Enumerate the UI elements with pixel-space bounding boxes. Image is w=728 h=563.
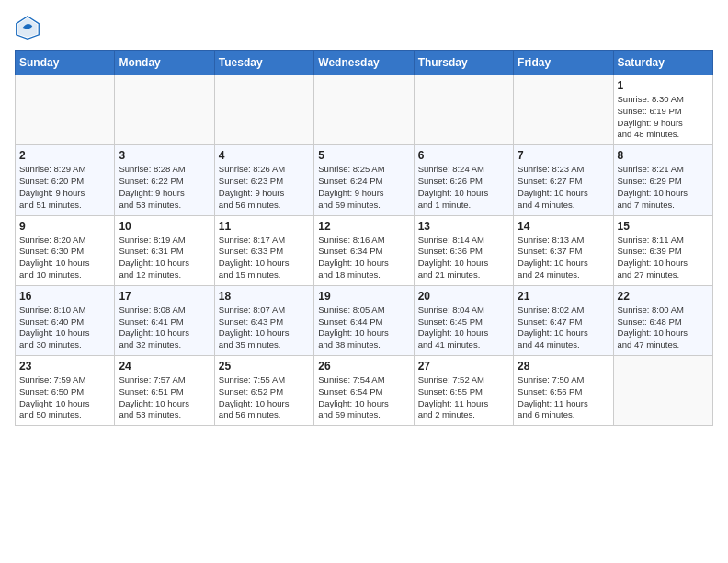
calendar-cell: 24Sunrise: 7:57 AMSunset: 6:51 PMDayligh… xyxy=(115,356,214,426)
calendar-cell: 14Sunrise: 8:13 AMSunset: 6:37 PMDayligh… xyxy=(514,215,613,285)
calendar-cell: 9Sunrise: 8:20 AMSunset: 6:30 PMDaylight… xyxy=(16,215,115,285)
day-of-week-header: Friday xyxy=(514,51,613,75)
calendar-cell: 8Sunrise: 8:21 AMSunset: 6:29 PMDaylight… xyxy=(613,145,712,215)
day-number: 1 xyxy=(618,79,709,92)
day-number: 27 xyxy=(418,360,509,373)
calendar-cell: 28Sunrise: 7:50 AMSunset: 6:56 PMDayligh… xyxy=(514,356,613,426)
day-info: Sunrise: 8:17 AMSunset: 6:33 PMDaylight:… xyxy=(219,235,310,282)
day-number: 9 xyxy=(19,220,110,233)
day-info: Sunrise: 8:19 AMSunset: 6:31 PMDaylight:… xyxy=(119,235,210,282)
page-header xyxy=(15,15,713,40)
day-number: 4 xyxy=(219,149,310,162)
day-number: 17 xyxy=(119,290,210,303)
day-number: 15 xyxy=(618,220,709,233)
calendar-week-row: 1Sunrise: 8:30 AMSunset: 6:19 PMDaylight… xyxy=(16,75,713,145)
day-number: 2 xyxy=(19,149,110,162)
calendar-cell: 19Sunrise: 8:05 AMSunset: 6:44 PMDayligh… xyxy=(314,285,414,355)
calendar-cell: 18Sunrise: 8:07 AMSunset: 6:43 PMDayligh… xyxy=(214,285,313,355)
calendar-cell: 6Sunrise: 8:24 AMSunset: 6:26 PMDaylight… xyxy=(414,145,513,215)
calendar-cell: 10Sunrise: 8:19 AMSunset: 6:31 PMDayligh… xyxy=(115,215,214,285)
day-number: 25 xyxy=(219,360,310,373)
day-info: Sunrise: 8:20 AMSunset: 6:30 PMDaylight:… xyxy=(19,235,110,282)
day-info: Sunrise: 8:04 AMSunset: 6:45 PMDaylight:… xyxy=(418,304,509,351)
day-info: Sunrise: 7:57 AMSunset: 6:51 PMDaylight:… xyxy=(119,374,210,421)
day-info: Sunrise: 7:54 AMSunset: 6:54 PMDaylight:… xyxy=(318,374,409,421)
calendar-cell: 22Sunrise: 8:00 AMSunset: 6:48 PMDayligh… xyxy=(613,285,712,355)
calendar-cell xyxy=(414,75,513,145)
day-number: 20 xyxy=(418,290,509,303)
day-number: 10 xyxy=(119,220,210,233)
calendar-cell: 1Sunrise: 8:30 AMSunset: 6:19 PMDaylight… xyxy=(613,75,712,145)
day-info: Sunrise: 8:28 AMSunset: 6:22 PMDaylight:… xyxy=(119,164,210,211)
calendar: SundayMondayTuesdayWednesdayThursdayFrid… xyxy=(15,50,713,426)
calendar-cell: 12Sunrise: 8:16 AMSunset: 6:34 PMDayligh… xyxy=(314,215,414,285)
day-info: Sunrise: 8:13 AMSunset: 6:37 PMDaylight:… xyxy=(518,235,609,282)
day-number: 14 xyxy=(518,220,609,233)
calendar-cell: 15Sunrise: 8:11 AMSunset: 6:39 PMDayligh… xyxy=(613,215,712,285)
calendar-cell xyxy=(613,356,712,426)
calendar-cell: 17Sunrise: 8:08 AMSunset: 6:41 PMDayligh… xyxy=(115,285,214,355)
calendar-cell: 27Sunrise: 7:52 AMSunset: 6:55 PMDayligh… xyxy=(414,356,513,426)
logo xyxy=(15,15,44,40)
calendar-cell: 7Sunrise: 8:23 AMSunset: 6:27 PMDaylight… xyxy=(514,145,613,215)
day-number: 11 xyxy=(219,220,310,233)
day-of-week-header: Wednesday xyxy=(314,51,414,75)
calendar-cell xyxy=(16,75,115,145)
day-info: Sunrise: 8:08 AMSunset: 6:41 PMDaylight:… xyxy=(119,304,210,351)
day-info: Sunrise: 8:21 AMSunset: 6:29 PMDaylight:… xyxy=(618,164,709,211)
day-info: Sunrise: 8:02 AMSunset: 6:47 PMDaylight:… xyxy=(518,304,609,351)
day-info: Sunrise: 7:55 AMSunset: 6:52 PMDaylight:… xyxy=(219,374,310,421)
calendar-cell: 23Sunrise: 7:59 AMSunset: 6:50 PMDayligh… xyxy=(16,356,115,426)
day-info: Sunrise: 7:50 AMSunset: 6:56 PMDaylight:… xyxy=(518,374,609,421)
day-info: Sunrise: 8:23 AMSunset: 6:27 PMDaylight:… xyxy=(518,164,609,211)
day-info: Sunrise: 8:29 AMSunset: 6:20 PMDaylight:… xyxy=(19,164,110,211)
day-number: 24 xyxy=(119,360,210,373)
day-of-week-header: Tuesday xyxy=(214,51,313,75)
calendar-cell xyxy=(314,75,414,145)
day-number: 22 xyxy=(618,290,709,303)
calendar-week-row: 2Sunrise: 8:29 AMSunset: 6:20 PMDaylight… xyxy=(16,145,713,215)
day-of-week-header: Thursday xyxy=(414,51,513,75)
day-number: 23 xyxy=(19,360,110,373)
day-number: 18 xyxy=(219,290,310,303)
calendar-week-row: 23Sunrise: 7:59 AMSunset: 6:50 PMDayligh… xyxy=(16,356,713,426)
day-info: Sunrise: 8:16 AMSunset: 6:34 PMDaylight:… xyxy=(318,235,409,282)
calendar-week-row: 9Sunrise: 8:20 AMSunset: 6:30 PMDaylight… xyxy=(16,215,713,285)
day-info: Sunrise: 7:59 AMSunset: 6:50 PMDaylight:… xyxy=(19,374,110,421)
day-number: 26 xyxy=(318,360,409,373)
day-number: 3 xyxy=(119,149,210,162)
day-info: Sunrise: 8:25 AMSunset: 6:24 PMDaylight:… xyxy=(318,164,409,211)
day-number: 7 xyxy=(518,149,609,162)
calendar-header-row: SundayMondayTuesdayWednesdayThursdayFrid… xyxy=(16,51,713,75)
calendar-week-row: 16Sunrise: 8:10 AMSunset: 6:40 PMDayligh… xyxy=(16,285,713,355)
day-number: 12 xyxy=(318,220,409,233)
day-number: 5 xyxy=(318,149,409,162)
day-info: Sunrise: 8:14 AMSunset: 6:36 PMDaylight:… xyxy=(418,235,509,282)
calendar-cell: 11Sunrise: 8:17 AMSunset: 6:33 PMDayligh… xyxy=(214,215,313,285)
day-info: Sunrise: 8:00 AMSunset: 6:48 PMDaylight:… xyxy=(618,304,709,351)
day-info: Sunrise: 8:05 AMSunset: 6:44 PMDaylight:… xyxy=(318,304,409,351)
calendar-cell: 2Sunrise: 8:29 AMSunset: 6:20 PMDaylight… xyxy=(16,145,115,215)
day-number: 6 xyxy=(418,149,509,162)
day-info: Sunrise: 7:52 AMSunset: 6:55 PMDaylight:… xyxy=(418,374,509,421)
day-number: 21 xyxy=(518,290,609,303)
calendar-cell xyxy=(115,75,214,145)
calendar-cell: 16Sunrise: 8:10 AMSunset: 6:40 PMDayligh… xyxy=(16,285,115,355)
day-number: 8 xyxy=(618,149,709,162)
calendar-cell: 3Sunrise: 8:28 AMSunset: 6:22 PMDaylight… xyxy=(115,145,214,215)
logo-icon xyxy=(15,15,40,40)
day-info: Sunrise: 8:07 AMSunset: 6:43 PMDaylight:… xyxy=(219,304,310,351)
calendar-cell: 13Sunrise: 8:14 AMSunset: 6:36 PMDayligh… xyxy=(414,215,513,285)
day-info: Sunrise: 8:10 AMSunset: 6:40 PMDaylight:… xyxy=(19,304,110,351)
day-info: Sunrise: 8:26 AMSunset: 6:23 PMDaylight:… xyxy=(219,164,310,211)
day-info: Sunrise: 8:24 AMSunset: 6:26 PMDaylight:… xyxy=(418,164,509,211)
calendar-cell: 26Sunrise: 7:54 AMSunset: 6:54 PMDayligh… xyxy=(314,356,414,426)
day-info: Sunrise: 8:11 AMSunset: 6:39 PMDaylight:… xyxy=(618,235,709,282)
calendar-cell: 20Sunrise: 8:04 AMSunset: 6:45 PMDayligh… xyxy=(414,285,513,355)
day-of-week-header: Saturday xyxy=(613,51,712,75)
day-of-week-header: Sunday xyxy=(16,51,115,75)
calendar-cell xyxy=(214,75,313,145)
calendar-cell: 21Sunrise: 8:02 AMSunset: 6:47 PMDayligh… xyxy=(514,285,613,355)
day-number: 13 xyxy=(418,220,509,233)
day-number: 16 xyxy=(19,290,110,303)
